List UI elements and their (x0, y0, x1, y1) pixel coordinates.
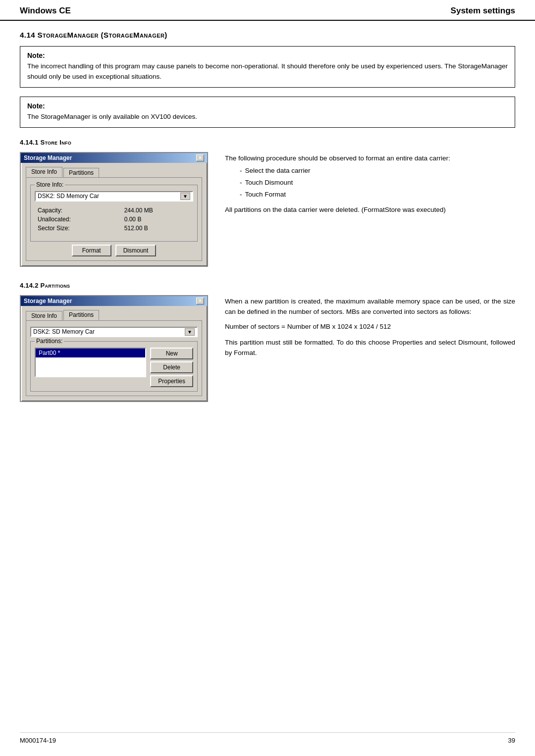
dialog2-body: Store Info Partitions DSK2: SD Memory Ca… (21, 306, 207, 401)
partitions-layout: Part00 * New Delete Properties (35, 348, 193, 387)
storage-manager-dialog-2: Storage Manager × Store Info Partitions … (20, 295, 208, 402)
capacity-label: Capacity: (36, 206, 121, 214)
new-button[interactable]: New (150, 348, 193, 359)
subsection2-description: When a new partition is created, the max… (225, 295, 515, 402)
step-3: Touch Format (240, 189, 515, 200)
note2-label: Note: (27, 102, 508, 110)
header-left: Windows CE (20, 6, 71, 16)
header-right: System settings (451, 6, 515, 16)
unallocated-value: 0.00 B (122, 215, 192, 223)
dropdown1-value: DSK2: SD Memory Car (38, 193, 99, 200)
store-info-dropdown[interactable]: DSK2: SD Memory Car ▼ (35, 191, 193, 202)
store-info-group-label: Store Info: (35, 181, 65, 188)
footer-left: M000174-19 (20, 737, 56, 744)
storage-manager-dialog-1: Storage Manager × Store Info Partitions … (20, 152, 208, 267)
subsection1-layout: Storage Manager × Store Info Partitions … (20, 152, 515, 267)
step-2: Touch Dismount (240, 177, 515, 188)
dialog2-title: Storage Manager (24, 298, 72, 304)
dialog2-close-button[interactable]: × (196, 298, 204, 304)
step-1: Select the data carrier (240, 165, 515, 176)
table-row: Capacity: 244.00 MB (36, 206, 192, 214)
delete-button[interactable]: Delete (150, 361, 193, 373)
dialog1-body: Store Info Partitions Store Info: DSK2: … (21, 163, 207, 266)
store-info-group: Store Info: DSK2: SD Memory Car ▼ (30, 185, 198, 242)
subsection2-desc2: This partition must still be formatted. … (225, 337, 515, 358)
partitions-group-label: Partitions: (35, 338, 64, 345)
dropdown2-arrow[interactable]: ▼ (185, 328, 195, 336)
dialog1-tab-row: Store Info Partitions (26, 167, 202, 177)
tab-store-info-2[interactable]: Store Info (26, 311, 62, 320)
format-button[interactable]: Format (72, 245, 111, 256)
properties-button[interactable]: Properties (150, 375, 193, 387)
tab-store-info-1[interactable]: Store Info (26, 167, 62, 177)
section-title: 4.14 StorageManager (StorageManager) (20, 31, 515, 39)
subsection1-steps: Select the data carrier Touch Dismount T… (240, 165, 515, 200)
store-info-table: Capacity: 244.00 MB Unallocated: 0.00 B … (35, 205, 193, 233)
dropdown2-value: DSK2: SD Memory Car (33, 328, 95, 335)
store-info-dropdown-row: DSK2: SD Memory Car ▼ (35, 191, 193, 202)
dialog2-tab-content: DSK2: SD Memory Car ▼ Partitions: (26, 320, 202, 396)
partition-list-item-selected[interactable]: Part00 * (36, 349, 145, 357)
note1-text: The incorrect handling of this program m… (27, 61, 508, 82)
subsection2-formula: Number of sectors = Number of MB x 1024 … (225, 321, 515, 332)
subsection1-title: 4.14.1 Store Info (20, 139, 515, 146)
dismount-button[interactable]: Dismount (115, 245, 157, 256)
note2-text: The StorageManager is only available on … (27, 112, 508, 122)
note-box-2: Note: The StorageManager is only availab… (20, 97, 515, 128)
subsection1-result: All partitions on the data carrier were … (225, 204, 515, 215)
partitions-group: Partitions: Part00 * New (30, 341, 198, 392)
page-footer: M000174-19 39 (20, 732, 515, 744)
partitions-dropdown[interactable]: DSK2: SD Memory Car ▼ (30, 327, 198, 337)
subsection2-desc1: When a new partition is created, the max… (225, 296, 515, 317)
subsection1-desc-text: The following procedure should be observ… (225, 153, 515, 164)
sector-size-value: 512.00 B (122, 224, 192, 232)
partitions-col: Storage Manager × Store Info Partitions … (20, 295, 213, 402)
sector-size-label: Sector Size: (36, 224, 121, 232)
subsection2-layout: Storage Manager × Store Info Partitions … (20, 295, 515, 402)
dialog1-close-button[interactable]: × (196, 154, 204, 161)
partition-list-box[interactable]: Part00 * (35, 348, 146, 377)
dialog1-btn-row: Format Dismount (30, 245, 198, 256)
page-header: Windows CE System settings (0, 0, 535, 21)
dialog1-title: Storage Manager (24, 154, 72, 161)
partitions-btn-col: New Delete Properties (150, 348, 193, 387)
dialog2-titlebar: Storage Manager × (21, 296, 207, 306)
dialog1-titlebar: Storage Manager × (21, 153, 207, 163)
capacity-value: 244.00 MB (122, 206, 192, 214)
subsection1-description: The following procedure should be observ… (225, 152, 515, 267)
unallocated-label: Unallocated: (36, 215, 121, 223)
store-info-col: Storage Manager × Store Info Partitions … (20, 152, 213, 267)
subsection2-title: 4.14.2 Partitions (20, 282, 515, 289)
dialog2-tab-row: Store Info Partitions (26, 310, 202, 320)
dropdown1-arrow[interactable]: ▼ (180, 193, 190, 200)
note-box-1: Note: The incorrect handling of this pro… (20, 46, 515, 88)
note1-label: Note: (27, 51, 508, 59)
page-content: 4.14 StorageManager (StorageManager) Not… (0, 31, 535, 402)
tab-partitions-2[interactable]: Partitions (63, 310, 99, 320)
footer-right: 39 (508, 737, 515, 744)
dialog1-tab-content: Store Info: DSK2: SD Memory Car ▼ (26, 177, 202, 261)
partitions-dropdown-row: DSK2: SD Memory Car ▼ (30, 327, 198, 337)
table-row: Sector Size: 512.00 B (36, 224, 192, 232)
partitions-list: Part00 * (35, 348, 146, 387)
table-row: Unallocated: 0.00 B (36, 215, 192, 223)
tab-partitions-1[interactable]: Partitions (63, 168, 99, 177)
